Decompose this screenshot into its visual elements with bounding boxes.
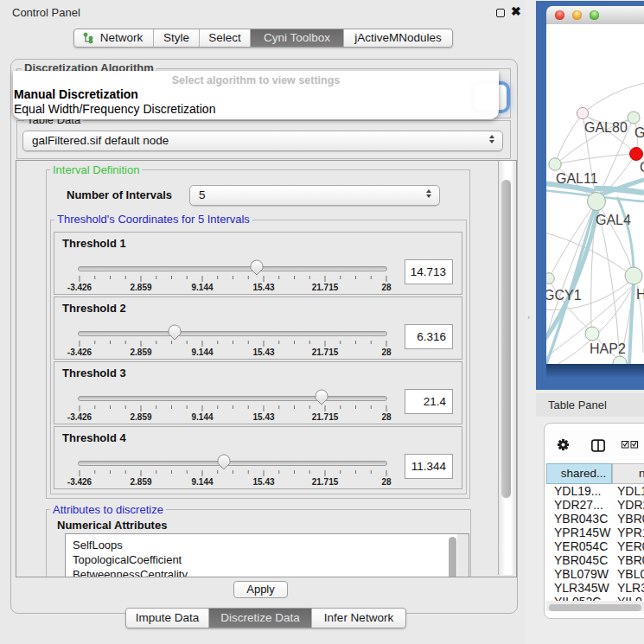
svg-text:GAL4: GAL4 [596, 213, 631, 227]
svg-text:HAP2: HAP2 [590, 341, 626, 356]
svg-text:C: C [640, 160, 644, 175]
svg-text:GCY1: GCY1 [546, 288, 582, 303]
svg-text:GA: GA [634, 125, 644, 140]
svg-text:H: H [636, 287, 644, 302]
svg-text:GAL80: GAL80 [584, 120, 628, 135]
svg-text:GAL11: GAL11 [556, 171, 598, 186]
